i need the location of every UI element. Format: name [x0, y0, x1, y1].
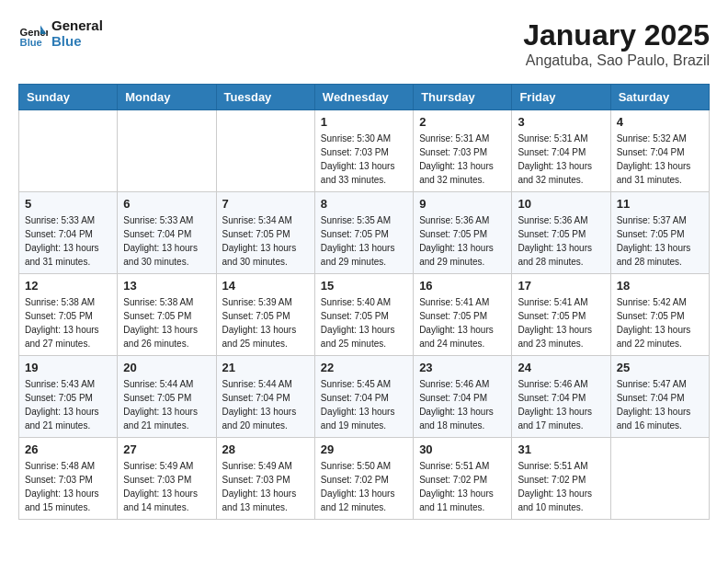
calendar-cell: 21Sunrise: 5:44 AMSunset: 7:04 PMDayligh…	[216, 356, 314, 438]
day-info: Sunrise: 5:42 AMSunset: 7:05 PMDaylight:…	[617, 295, 703, 350]
day-number: 28	[222, 442, 309, 456]
calendar-cell: 14Sunrise: 5:39 AMSunset: 7:05 PMDayligh…	[216, 274, 314, 356]
page-header: General Blue General Blue January 2025 A…	[18, 18, 710, 69]
day-number: 8	[321, 197, 407, 211]
calendar-cell: 30Sunrise: 5:51 AMSunset: 7:02 PMDayligh…	[414, 438, 512, 520]
calendar-cell: 6Sunrise: 5:33 AMSunset: 7:04 PMDaylight…	[118, 192, 216, 274]
day-info: Sunrise: 5:50 AMSunset: 7:02 PMDaylight:…	[321, 459, 407, 514]
calendar-week-row: 12Sunrise: 5:38 AMSunset: 7:05 PMDayligh…	[19, 274, 710, 356]
weekday-header: Tuesday	[216, 85, 314, 110]
day-info: Sunrise: 5:39 AMSunset: 7:05 PMDaylight:…	[222, 295, 309, 350]
day-info: Sunrise: 5:49 AMSunset: 7:03 PMDaylight:…	[222, 459, 309, 514]
day-number: 4	[617, 115, 703, 129]
calendar-cell: 28Sunrise: 5:49 AMSunset: 7:03 PMDayligh…	[216, 438, 314, 520]
calendar-cell: 23Sunrise: 5:46 AMSunset: 7:04 PMDayligh…	[414, 356, 512, 438]
day-number: 29	[321, 442, 407, 456]
day-number: 30	[419, 442, 506, 456]
day-info: Sunrise: 5:41 AMSunset: 7:05 PMDaylight:…	[518, 295, 604, 350]
day-info: Sunrise: 5:31 AMSunset: 7:04 PMDaylight:…	[518, 132, 604, 187]
calendar-cell: 12Sunrise: 5:38 AMSunset: 7:05 PMDayligh…	[19, 274, 118, 356]
calendar-cell: 27Sunrise: 5:49 AMSunset: 7:03 PMDayligh…	[118, 438, 216, 520]
calendar-cell: 2Sunrise: 5:31 AMSunset: 7:03 PMDaylight…	[414, 110, 512, 192]
day-number: 13	[123, 279, 210, 293]
day-info: Sunrise: 5:44 AMSunset: 7:05 PMDaylight:…	[123, 377, 210, 432]
calendar-cell: 8Sunrise: 5:35 AMSunset: 7:05 PMDaylight…	[314, 192, 413, 274]
day-info: Sunrise: 5:30 AMSunset: 7:03 PMDaylight:…	[321, 132, 407, 187]
day-info: Sunrise: 5:51 AMSunset: 7:02 PMDaylight:…	[518, 459, 604, 514]
day-info: Sunrise: 5:47 AMSunset: 7:04 PMDaylight:…	[617, 377, 703, 432]
calendar-table: SundayMondayTuesdayWednesdayThursdayFrid…	[18, 84, 710, 520]
calendar-cell: 4Sunrise: 5:32 AMSunset: 7:04 PMDaylight…	[610, 110, 709, 192]
calendar-week-row: 26Sunrise: 5:48 AMSunset: 7:03 PMDayligh…	[19, 438, 710, 520]
calendar-header-row: SundayMondayTuesdayWednesdayThursdayFrid…	[19, 85, 710, 110]
day-number: 6	[123, 197, 210, 211]
day-number: 7	[222, 197, 309, 211]
calendar-cell: 5Sunrise: 5:33 AMSunset: 7:04 PMDaylight…	[19, 192, 118, 274]
day-number: 31	[518, 442, 604, 456]
day-info: Sunrise: 5:44 AMSunset: 7:04 PMDaylight:…	[222, 377, 309, 432]
day-number: 25	[617, 361, 703, 374]
calendar-cell	[216, 110, 314, 192]
logo-general: General	[51, 18, 103, 34]
calendar-cell: 11Sunrise: 5:37 AMSunset: 7:05 PMDayligh…	[610, 192, 709, 274]
day-info: Sunrise: 5:38 AMSunset: 7:05 PMDaylight:…	[123, 295, 210, 350]
weekday-header: Thursday	[414, 85, 512, 110]
day-number: 16	[419, 279, 506, 293]
day-number: 14	[222, 279, 309, 293]
day-number: 11	[617, 197, 703, 211]
day-number: 15	[321, 279, 407, 293]
logo-blue: Blue	[51, 34, 103, 50]
calendar-cell: 16Sunrise: 5:41 AMSunset: 7:05 PMDayligh…	[414, 274, 512, 356]
day-number: 9	[419, 197, 506, 211]
day-info: Sunrise: 5:34 AMSunset: 7:05 PMDaylight:…	[222, 213, 309, 269]
day-info: Sunrise: 5:46 AMSunset: 7:04 PMDaylight:…	[419, 377, 506, 432]
day-number: 23	[419, 361, 506, 374]
calendar-cell: 10Sunrise: 5:36 AMSunset: 7:05 PMDayligh…	[512, 192, 610, 274]
calendar-cell: 19Sunrise: 5:43 AMSunset: 7:05 PMDayligh…	[19, 356, 118, 438]
day-number: 17	[518, 279, 604, 293]
calendar-cell: 24Sunrise: 5:46 AMSunset: 7:04 PMDayligh…	[512, 356, 610, 438]
day-info: Sunrise: 5:48 AMSunset: 7:03 PMDaylight:…	[25, 459, 111, 514]
day-number: 27	[123, 442, 210, 456]
day-number: 26	[25, 442, 111, 456]
day-info: Sunrise: 5:33 AMSunset: 7:04 PMDaylight:…	[25, 213, 111, 269]
weekday-header: Wednesday	[314, 85, 413, 110]
day-number: 10	[518, 197, 604, 211]
calendar-cell: 20Sunrise: 5:44 AMSunset: 7:05 PMDayligh…	[118, 356, 216, 438]
logo-icon: General Blue	[18, 19, 48, 49]
day-number: 24	[518, 361, 604, 374]
day-info: Sunrise: 5:46 AMSunset: 7:04 PMDaylight:…	[518, 377, 604, 432]
calendar-cell: 9Sunrise: 5:36 AMSunset: 7:05 PMDaylight…	[414, 192, 512, 274]
location: Angatuba, Sao Paulo, Brazil	[523, 52, 710, 69]
calendar-week-row: 5Sunrise: 5:33 AMSunset: 7:04 PMDaylight…	[19, 192, 710, 274]
day-number: 1	[321, 115, 407, 129]
calendar-cell	[610, 438, 709, 520]
day-number: 20	[123, 361, 210, 374]
day-info: Sunrise: 5:37 AMSunset: 7:05 PMDaylight:…	[617, 213, 703, 269]
calendar-cell	[19, 110, 118, 192]
day-info: Sunrise: 5:41 AMSunset: 7:05 PMDaylight:…	[419, 295, 506, 350]
day-info: Sunrise: 5:43 AMSunset: 7:05 PMDaylight:…	[25, 377, 111, 432]
calendar-cell: 26Sunrise: 5:48 AMSunset: 7:03 PMDayligh…	[19, 438, 118, 520]
calendar-cell: 15Sunrise: 5:40 AMSunset: 7:05 PMDayligh…	[314, 274, 413, 356]
day-number: 5	[25, 197, 111, 211]
calendar-week-row: 1Sunrise: 5:30 AMSunset: 7:03 PMDaylight…	[19, 110, 710, 192]
calendar-cell: 25Sunrise: 5:47 AMSunset: 7:04 PMDayligh…	[610, 356, 709, 438]
day-info: Sunrise: 5:36 AMSunset: 7:05 PMDaylight:…	[518, 213, 604, 269]
day-info: Sunrise: 5:49 AMSunset: 7:03 PMDaylight:…	[123, 459, 210, 514]
calendar-cell: 3Sunrise: 5:31 AMSunset: 7:04 PMDaylight…	[512, 110, 610, 192]
calendar-cell: 22Sunrise: 5:45 AMSunset: 7:04 PMDayligh…	[314, 356, 413, 438]
day-number: 21	[222, 361, 309, 374]
calendar-cell: 13Sunrise: 5:38 AMSunset: 7:05 PMDayligh…	[118, 274, 216, 356]
day-number: 3	[518, 115, 604, 129]
calendar-cell: 18Sunrise: 5:42 AMSunset: 7:05 PMDayligh…	[610, 274, 709, 356]
weekday-header: Monday	[118, 85, 216, 110]
weekday-header: Saturday	[610, 85, 709, 110]
calendar-cell	[118, 110, 216, 192]
day-info: Sunrise: 5:45 AMSunset: 7:04 PMDaylight:…	[321, 377, 407, 432]
day-info: Sunrise: 5:38 AMSunset: 7:05 PMDaylight:…	[25, 295, 111, 350]
day-number: 12	[25, 279, 111, 293]
day-info: Sunrise: 5:31 AMSunset: 7:03 PMDaylight:…	[419, 132, 506, 187]
day-info: Sunrise: 5:32 AMSunset: 7:04 PMDaylight:…	[617, 132, 703, 187]
day-number: 19	[25, 361, 111, 374]
